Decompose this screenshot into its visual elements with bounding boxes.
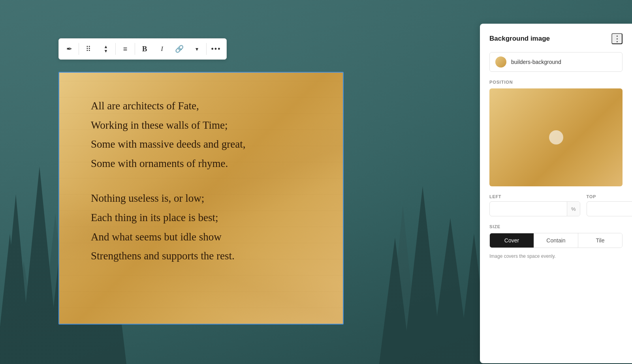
size-description: Image covers the space evenly. (489, 253, 623, 260)
background-image-panel: Background image ⋮ builders-background P… (480, 24, 632, 363)
link-icon: 🔗 (175, 45, 184, 53)
left-input-group: LEFT % (489, 194, 580, 216)
top-input-container: % (587, 201, 632, 216)
image-thumbnail (495, 56, 506, 68)
poem-line-4: Some with ornaments of rhyme. (91, 154, 319, 173)
left-input-label: LEFT (489, 194, 580, 199)
panel-title: Background image (489, 35, 550, 43)
bold-icon: B (142, 45, 147, 53)
move-updown-button[interactable]: ▲▼ (97, 40, 115, 58)
tile-button[interactable]: Tile (578, 233, 622, 248)
svg-rect-18 (421, 293, 425, 364)
left-unit: % (567, 202, 580, 216)
poem-line-1: All are architects of Fate, (91, 96, 319, 116)
panel-menu-button[interactable]: ⋮ (611, 33, 623, 44)
svg-rect-10 (38, 285, 41, 364)
poem-stanza-1: All are architects of Fate, Working in t… (91, 96, 319, 173)
position-inputs-row: LEFT % TOP % (489, 194, 623, 216)
poem-line-3: Some with massive deeds and great, (91, 135, 319, 154)
poem-stanza-2: Nothing useless is, or low; Each thing i… (91, 189, 319, 265)
drag-handle-button[interactable]: ⠿ (80, 40, 97, 58)
svg-rect-9 (14, 293, 18, 364)
vertical-dots-icon: ⋮ (613, 34, 621, 43)
image-name-label: builders-background (511, 59, 561, 65)
poem-line-7: And what seems but idle show (91, 227, 319, 247)
bold-button[interactable]: B (136, 40, 153, 58)
pen-icon: ✒ (66, 45, 72, 53)
align-icon: ≡ (123, 45, 128, 53)
poem-text: All are architects of Fate, Working in t… (91, 96, 319, 266)
toolbar-divider-3 (135, 43, 135, 55)
left-input[interactable] (490, 206, 567, 212)
toolbar-divider-2 (115, 43, 116, 55)
updown-icon: ▲▼ (104, 45, 108, 53)
toolbar-divider-4 (206, 43, 207, 55)
image-selector[interactable]: builders-background (489, 52, 623, 72)
left-input-container: % (489, 201, 580, 216)
link-button[interactable]: 🔗 (171, 40, 188, 58)
italic-icon: I (161, 45, 163, 53)
options-button[interactable]: ••• (207, 40, 225, 58)
more-formats-button[interactable]: ▾ (188, 40, 205, 58)
position-preview[interactable] (489, 88, 623, 186)
toolbar-divider-1 (79, 43, 79, 55)
svg-rect-19 (448, 297, 452, 364)
poem-line-8: Strengthens and supports the rest. (91, 246, 319, 266)
poem-line-2: Working in these walls of Time; (91, 116, 319, 135)
align-button[interactable]: ≡ (117, 40, 134, 58)
cover-button[interactable]: Cover (490, 233, 534, 248)
contain-button[interactable]: Contain (534, 233, 578, 248)
top-input-label: TOP (587, 194, 632, 199)
size-options: Cover Contain Tile (489, 233, 623, 248)
poem-line-6: Each thing in its place is best; (91, 208, 319, 227)
editor-toolbar: ✒ ⠿ ▲▼ ≡ B I 🔗 ▾ ••• (58, 38, 227, 60)
top-input-group: TOP % (587, 194, 632, 216)
ellipsis-icon: ••• (211, 45, 221, 53)
panel-header: Background image ⋮ (489, 33, 623, 44)
top-input[interactable] (587, 206, 632, 212)
position-indicator-dot (549, 130, 563, 144)
size-section-label: SIZE (489, 224, 623, 229)
position-section-label: POSITION (489, 80, 623, 84)
pen-tool-button[interactable]: ✒ (60, 40, 78, 58)
poem-line-5: Nothing useless is, or low; (91, 189, 319, 208)
poem-content-block[interactable]: All are architects of Fate, Working in t… (58, 72, 344, 325)
italic-button[interactable]: I (153, 40, 171, 58)
drag-icon: ⠿ (86, 45, 91, 53)
chevron-down-icon: ▾ (196, 46, 198, 52)
